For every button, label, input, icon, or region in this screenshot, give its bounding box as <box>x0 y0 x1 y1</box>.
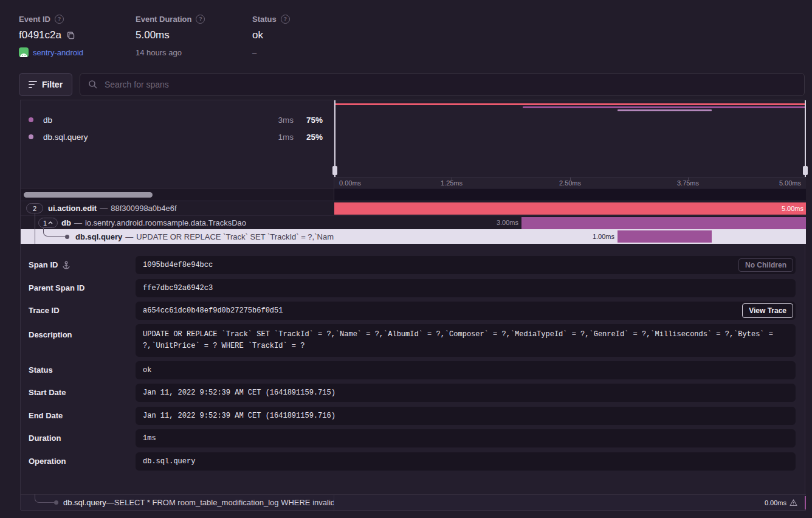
separator: — <box>125 232 133 241</box>
ops-breakdown-row-db-sql-query[interactable]: db.sql.query 1ms 25% <box>21 130 334 144</box>
help-icon[interactable]: ? <box>196 15 205 24</box>
op-name: db.sql.query <box>43 133 88 142</box>
span-bar <box>618 230 712 243</box>
detail-value: Jan 11, 2022 9:52:39 AM CET (1641891159.… <box>143 412 335 420</box>
span-desc: SELECT * FROM room_table_modification_lo… <box>114 498 334 507</box>
detail-label: Duration <box>29 429 61 447</box>
badge-count: 2 <box>33 205 36 212</box>
android-project-icon <box>19 47 29 57</box>
tree-node-dot <box>65 235 69 239</box>
status-value: ok <box>252 29 263 41</box>
span-children-badge[interactable]: 2 <box>26 203 43 213</box>
warning-icon <box>790 499 797 506</box>
event-id-label-row: Event ID ? <box>19 13 83 24</box>
ops-breakdown-row-db[interactable]: db 3ms 75% <box>21 112 334 127</box>
detail-value: a654cc61dc0b48ef9d0b27275b6f0d51 <box>143 306 283 315</box>
minimap-span-db <box>523 106 806 108</box>
time-axis: 0.00ms 1.25ms 2.50ms 3.75ms 5.00ms <box>334 177 806 188</box>
filter-button[interactable]: Filter <box>19 73 72 96</box>
help-icon[interactable]: ? <box>281 15 290 24</box>
op-duration: 1ms <box>257 133 294 142</box>
op-color-dot <box>29 134 33 139</box>
span-row-ui-action-edit[interactable]: 2 ui.action.edit — 88f300998a0b4e6f 5.00… <box>21 201 806 215</box>
span-op: ui.action.edit <box>48 204 97 213</box>
axis-label-0: 0.00ms <box>339 179 361 187</box>
span-children-badge[interactable]: 1 <box>38 218 58 228</box>
project-link[interactable]: sentry-android <box>33 48 83 57</box>
minimap-right-grip[interactable] <box>803 166 808 175</box>
op-color-dot <box>29 117 33 122</box>
zero-duration-bar <box>805 496 807 509</box>
tree-node-dot <box>54 500 58 505</box>
trace-panel: db 3ms 75% db.sql.query 1ms 25% 0.00ms 1… <box>20 100 805 510</box>
help-icon[interactable]: ? <box>55 15 64 24</box>
span-row-db-sql-query-selected[interactable]: db.sql.query — UPDATE OR REPLACE `Track`… <box>21 229 806 244</box>
detail-label: Span ID <box>29 256 58 274</box>
span-bar <box>521 217 806 229</box>
span-op: db.sql.query <box>63 498 106 507</box>
no-children-button: No Children <box>738 258 793 272</box>
span-desc: 88f300998a0b4e6f <box>111 204 176 213</box>
minimap-span-db-sql-query <box>618 109 712 111</box>
detail-value: ok <box>143 366 151 375</box>
span-row-select-query[interactable]: db.sql.query — SELECT * FROM room_table_… <box>21 494 806 511</box>
detail-row-start-date: Start Date Jan 11, 2022 9:52:39 AM CET (… <box>21 384 806 402</box>
tree-elbow-connector <box>35 494 54 503</box>
separator: — <box>74 218 82 227</box>
axis-label-1: 1.25ms <box>437 179 466 187</box>
span-op: db <box>61 218 71 227</box>
event-duration-column: Event Duration ? 5.00ms 14 hours ago <box>136 13 205 58</box>
detail-label: Status <box>29 361 53 379</box>
separator: — <box>100 204 108 213</box>
span-duration: 3.00ms <box>476 219 518 226</box>
span-duration: 1.00ms <box>572 233 614 240</box>
panel-divider <box>334 495 334 511</box>
status-column: Status ? ok – <box>252 13 290 58</box>
detail-value: 1ms <box>143 434 156 443</box>
view-trace-button[interactable]: View Trace <box>742 303 793 318</box>
anchor-icon[interactable] <box>62 261 71 270</box>
span-row-db[interactable]: 1 db — io.sentry.android.roomsample.data… <box>21 215 806 229</box>
status-sub: – <box>252 48 256 57</box>
detail-value: Jan 11, 2022 9:52:39 AM CET (1641891159.… <box>143 388 335 397</box>
detail-row-description: Description UPDATE OR REPLACE `Track` SE… <box>21 324 806 357</box>
minimap-left-grip[interactable] <box>332 166 337 175</box>
copy-icon[interactable] <box>66 31 75 40</box>
separator: — <box>106 498 114 507</box>
op-name: db <box>43 116 52 125</box>
detail-label: Trace ID <box>29 302 60 320</box>
event-id-value: f0491c2a <box>19 29 61 41</box>
chevron-up-icon <box>48 221 53 224</box>
event-id-label: Event ID <box>19 15 50 24</box>
detail-value: db.sql.query <box>143 457 195 466</box>
status-label: Status <box>252 15 277 24</box>
detail-row-trace-id: Trace ID a654cc61dc0b48ef9d0b27275b6f0d5… <box>21 302 806 320</box>
span-search <box>80 73 805 96</box>
filter-lines-icon <box>29 81 37 88</box>
detail-value: UPDATE OR REPLACE `Track` SET `TrackId` … <box>143 330 773 350</box>
detail-value: 1095bd4ef8e94bcc <box>143 261 213 269</box>
detail-row-span-id: Span ID 1095bd4ef8e94bcc No Children <box>21 256 806 274</box>
detail-label: Start Date <box>29 384 66 402</box>
axis-label-4: 5.00ms <box>779 179 801 187</box>
horizontal-scrollbar[interactable] <box>24 192 153 198</box>
detail-row-end-date: End Date Jan 11, 2022 9:52:39 AM CET (16… <box>21 407 806 425</box>
search-icon <box>88 80 98 89</box>
event-id-column: Event ID ? f0491c2a sentry-android <box>19 13 83 58</box>
detail-label: End Date <box>29 407 63 425</box>
search-input[interactable] <box>80 73 805 96</box>
span-op: db.sql.query <box>75 232 122 241</box>
detail-row-parent-span-id: Parent Span ID ffe7dbc92a6942c3 <box>21 279 806 297</box>
detail-row-status: Status ok <box>21 361 806 379</box>
minimap-span-ui-action-edit <box>334 103 806 105</box>
span-bar: 5.00ms <box>334 202 806 215</box>
span-desc: io.sentry.android.roomsample.data.Tracks… <box>85 218 246 227</box>
trace-minimap[interactable] <box>334 100 806 177</box>
filter-button-label: Filter <box>42 80 63 89</box>
axis-label-2: 2.50ms <box>556 179 585 187</box>
detail-label: Description <box>29 330 72 340</box>
span-desc: UPDATE OR REPLACE `Track` SET `TrackId` … <box>136 232 334 241</box>
op-percent: 25% <box>296 133 323 142</box>
detail-label: Operation <box>29 452 66 471</box>
tree-connector-line <box>35 229 36 244</box>
